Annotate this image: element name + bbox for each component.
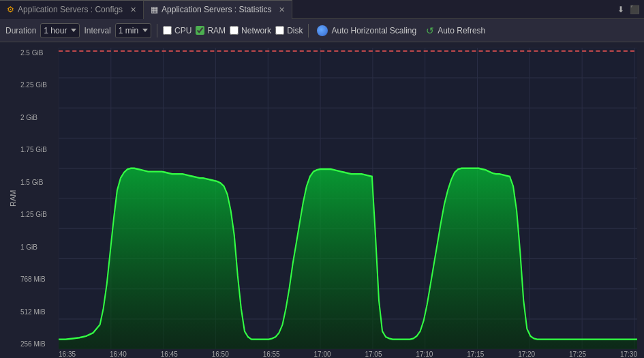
x-label-3: 16:50: [212, 350, 229, 358]
stats-icon: ▦: [151, 5, 158, 14]
tab-statistics-label: Application Servers : Statistics: [162, 5, 271, 14]
y-label-2: 2 GiB: [20, 114, 56, 121]
network-checkbox-group: Network: [230, 26, 271, 35]
y-label-0: 2.5 GiB: [20, 49, 56, 57]
window-controls: ⬇ ⬛: [615, 4, 644, 15]
tab-configs[interactable]: ⚙ Application Servers : Configs ✕: [0, 0, 144, 19]
y-tick-labels: 2.5 GiB 2.25 GiB 2 GiB 1.75 GiB 1.5 GiB …: [20, 48, 59, 349]
x-tick-labels: 16:35 16:40 16:45 16:50 16:55 17:00 17:0…: [59, 350, 637, 358]
x-label-6: 17:05: [365, 350, 382, 358]
x-label-10: 17:25: [569, 350, 586, 358]
auto-refresh-label: Auto Refresh: [438, 26, 485, 35]
tab-configs-close[interactable]: ✕: [130, 5, 136, 14]
y-label-5: 1.25 GiB: [20, 211, 56, 218]
x-label-5: 17:00: [314, 350, 331, 358]
chart-container: RAM 2.5 GiB 2.25 GiB 2 GiB 1.75 GiB 1.5 …: [0, 42, 644, 358]
ram-label[interactable]: RAM: [207, 26, 226, 35]
disk-checkbox-group: Disk: [275, 26, 303, 35]
cpu-label[interactable]: CPU: [174, 26, 191, 35]
network-checkbox[interactable]: [230, 26, 239, 35]
separator-1: [157, 24, 157, 38]
cpu-checkbox-group: CPU: [163, 26, 191, 35]
disk-label[interactable]: Disk: [287, 26, 303, 35]
auto-horizontal-label: Auto Horizontal Scaling: [331, 26, 416, 35]
interval-label: Interval: [84, 26, 110, 35]
duration-arrow: [71, 29, 76, 32]
x-label-0: 16:35: [59, 350, 76, 358]
interval-select[interactable]: 1 min: [115, 23, 151, 38]
x-label-1: 16:40: [110, 350, 127, 358]
duration-value: 1 hour: [44, 26, 67, 35]
configs-icon: ⚙: [7, 5, 14, 14]
ram-checkbox-group: RAM: [196, 26, 226, 35]
duration-select[interactable]: 1 hour: [40, 23, 80, 38]
duration-label: Duration: [5, 26, 36, 35]
minimize-button[interactable]: ⬇: [615, 4, 626, 15]
tab-statistics-close[interactable]: ✕: [279, 5, 285, 14]
interval-arrow: [142, 29, 148, 32]
x-label-9: 17:20: [518, 350, 535, 358]
chart-area: [59, 48, 637, 349]
auto-refresh-button[interactable]: ↺ Auto Refresh: [426, 25, 485, 36]
cpu-checkbox[interactable]: [163, 26, 172, 35]
maximize-button[interactable]: ⬛: [629, 4, 640, 15]
y-label-6: 1 GiB: [20, 243, 56, 251]
y-label-4: 1.5 GiB: [20, 179, 56, 186]
network-label[interactable]: Network: [241, 26, 271, 35]
y-label-8: 512 MiB: [20, 308, 56, 316]
x-label-7: 17:10: [416, 350, 433, 358]
x-label-8: 17:15: [467, 350, 484, 358]
x-axis: 16:35 16:40 16:45 16:50 16:55 17:00 17:0…: [7, 350, 637, 358]
toolbar: Duration 1 hour Interval 1 min CPU RAM N…: [0, 19, 644, 42]
tab-statistics[interactable]: ▦ Application Servers : Statistics ✕: [144, 0, 292, 19]
y-label-7: 768 MiB: [20, 275, 56, 283]
x-label-2: 16:45: [161, 350, 178, 358]
chart-wrapper: RAM 2.5 GiB 2.25 GiB 2 GiB 1.75 GiB 1.5 …: [7, 48, 637, 349]
y-axis-label: RAM: [7, 48, 19, 349]
y-label-1: 2.25 GiB: [20, 81, 56, 89]
disk-checkbox[interactable]: [275, 26, 284, 35]
x-label-4: 16:55: [263, 350, 280, 358]
y-label-9: 256 MiB: [20, 340, 56, 348]
auto-horizontal-scaling[interactable]: Auto Horizontal Scaling: [317, 25, 416, 36]
refresh-icon: ↺: [426, 25, 434, 36]
interval-value: 1 min: [119, 26, 138, 35]
tab-bar: ⚙ Application Servers : Configs ✕ ▦ Appl…: [0, 0, 644, 19]
tab-configs-label: Application Servers : Configs: [18, 5, 123, 14]
y-label-3: 1.75 GiB: [20, 146, 56, 153]
ram-checkbox[interactable]: [196, 26, 204, 35]
separator-2: [308, 24, 309, 38]
auto-horizontal-icon: [317, 25, 328, 36]
chart-svg: [59, 48, 637, 349]
x-label-11: 17:30: [620, 350, 637, 358]
